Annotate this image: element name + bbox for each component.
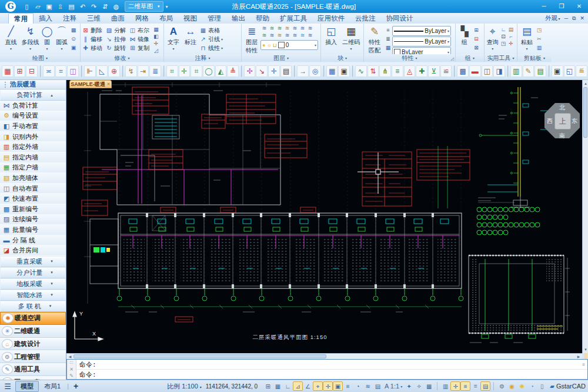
icon[interactable]: ◿ <box>152 47 160 54</box>
linear-button[interactable]: ⊓线性▾ <box>199 44 223 52</box>
mirror-button[interactable]: ⋈镜像 <box>129 35 152 44</box>
viewcube[interactable]: 上 北 南 西 东 <box>544 95 580 148</box>
viewcube-north[interactable]: 北 <box>558 104 566 112</box>
coordinates-display[interactable]: 1141264, 321442, 0 <box>206 383 258 390</box>
module-general-tools[interactable]: ✎通用工具 <box>0 363 66 376</box>
module-project-mgmt[interactable]: ⚙工程管理 <box>0 350 66 363</box>
group-vertical-heating[interactable]: 垂直采暖▾ <box>0 256 66 267</box>
panel-title-annotate[interactable]: 注释▾ <box>164 54 241 62</box>
bulb-icon[interactable]: ✺ <box>517 381 527 391</box>
scroll-right-icon[interactable]: ▶ <box>576 354 582 359</box>
snap-icon[interactable]: ⊞ <box>263 381 273 391</box>
icon[interactable]: ⊠ <box>472 44 480 52</box>
icon[interactable]: ≋ <box>306 25 314 32</box>
tab-apps[interactable]: 应用软件 <box>312 13 350 24</box>
add-layout-button[interactable]: + <box>70 381 82 391</box>
crosshair-icon[interactable]: ✛ <box>450 381 460 391</box>
drawing-canvas[interactable]: Y X 二层采暖通风平面图 1:150 SAMPLE-暖通 ✕ 上 北 南 西 … <box>66 80 582 353</box>
move-button[interactable]: ✚移动 <box>82 44 105 52</box>
erase-button[interactable]: ⊠删除 <box>82 26 105 35</box>
toolbar-icon[interactable]: ≣ <box>149 65 161 77</box>
doc-restore-button[interactable]: ⧉ <box>572 15 576 22</box>
toolbar-icon[interactable]: ◎ <box>309 65 321 77</box>
horizontal-scrollbar-thumb[interactable] <box>74 354 326 358</box>
linetype-select[interactable]: ByLayer▾ <box>392 36 451 46</box>
cmdline-toggle-icon[interactable]: ≡ <box>460 381 470 391</box>
item-merge-rooms[interactable]: ◪合并房间 <box>0 245 66 256</box>
angle-snap-icon[interactable]: ∠ <box>303 381 313 391</box>
plot-icon[interactable]: ⇫ <box>55 2 65 12</box>
tab-insert[interactable]: 插入 <box>34 13 58 24</box>
toolbar-icon[interactable]: ◯ <box>203 65 215 77</box>
toolbar-icon[interactable]: ✎ <box>523 65 534 77</box>
toolbar-icon[interactable]: ▤ <box>280 65 292 77</box>
panel-title-properties[interactable]: 特性▾ <box>364 54 455 62</box>
toolbar-icon[interactable]: ✣ <box>244 65 256 77</box>
tab-mesh[interactable]: 网格 <box>130 13 154 24</box>
toolbar-icon[interactable]: ≜ <box>227 65 239 77</box>
stretch-button[interactable]: ↘拉伸 <box>105 35 129 44</box>
toolbar-icon[interactable]: ⊞ <box>14 65 26 77</box>
tray-icon[interactable]: ▥ <box>440 381 450 391</box>
quick-props-icon[interactable]: ▤ <box>373 381 383 391</box>
tab-view[interactable]: 视图 <box>178 13 202 24</box>
gstarcad-logo-icon[interactable]: G <box>2 1 19 12</box>
performance-icon[interactable]: ◔ <box>527 381 537 391</box>
toolbar-icon[interactable]: ⊻ <box>428 65 440 77</box>
polyline-button[interactable]: ↯ 多段线 ▾ <box>21 25 40 51</box>
transparency-icon[interactable]: ◔ <box>353 381 363 391</box>
text-button[interactable]: A 文字 ▾ <box>165 25 182 51</box>
icon[interactable]: ≣ <box>384 35 392 44</box>
tab-annotate[interactable]: 注释 <box>58 13 82 24</box>
panels-icon[interactable]: = <box>470 381 480 391</box>
toolbar-icon[interactable]: ◨ <box>493 65 505 77</box>
icon[interactable]: ≋ <box>268 32 276 39</box>
anno-visibility-icon[interactable]: ✦ <box>404 381 414 391</box>
vertical-scrollbar[interactable]: ▲ ▼ <box>582 80 588 353</box>
toolbar-icon[interactable]: ◭ <box>215 65 227 77</box>
tab-express[interactable]: 扩展工具 <box>275 13 312 24</box>
toolbar-icon[interactable]: ▣ <box>338 65 350 77</box>
item-outer-wall[interactable]: ▥指定外墙 <box>0 142 66 152</box>
icon[interactable]: ⌐ <box>507 33 515 40</box>
command-scroll-icon[interactable]: ≡ <box>582 362 585 367</box>
viewcube-west[interactable]: 西 <box>546 117 554 125</box>
group-floor-heating[interactable]: 地板采暖▾ <box>0 278 66 290</box>
gear-icon[interactable]: ⚙ <box>497 381 507 391</box>
tab-surface[interactable]: 曲面 <box>106 13 130 24</box>
icon[interactable]: ≋ <box>283 32 291 39</box>
toolbar-icon[interactable]: ≝ <box>576 65 587 77</box>
icon[interactable]: ∟ <box>500 26 507 33</box>
toolbar-icon[interactable]: ⋔ <box>379 65 391 77</box>
item-number-settings[interactable]: ⚙编号设置 <box>0 111 66 122</box>
leader-button[interactable]: ↗引线▾ <box>199 35 223 44</box>
layer-select[interactable]: ● ☼ ⊔ 0 ▾ <box>260 40 318 50</box>
icon[interactable]: ≋ <box>276 32 283 39</box>
tab-layout[interactable]: 布局 <box>154 13 178 24</box>
group-household-metering[interactable]: 分户计量▾ <box>0 267 66 278</box>
module-hvac[interactable]: ✺暖通空调 <box>0 312 66 325</box>
explode-button[interactable]: ▨分解 <box>105 26 129 35</box>
toolbar-icon[interactable]: ▥ <box>510 65 522 77</box>
undo-icon[interactable]: ↶ <box>78 2 88 12</box>
layout-tray-icon[interactable]: ▤ <box>480 381 490 391</box>
toolbar-icon[interactable]: ↯ <box>125 65 137 77</box>
toolbar-icon[interactable]: ⇅ <box>368 65 379 77</box>
icon[interactable]: ✛ <box>152 40 160 47</box>
doc-close-button[interactable]: ✕ <box>580 15 584 21</box>
module-2d-hvac[interactable]: ✳二维暖通 <box>0 325 66 338</box>
icon[interactable]: ≋ <box>260 25 268 32</box>
paste-button[interactable]: ▤ 粘贴 ▾ <box>519 25 535 51</box>
toolbar-icon[interactable]: ✛ <box>179 65 191 77</box>
icon[interactable]: ▣ <box>69 44 78 52</box>
lineweight-icon[interactable]: ≡ <box>343 381 353 391</box>
item-renumber[interactable]: ▩重新编号 <box>0 204 66 215</box>
panel-title-block[interactable]: 块▾ <box>321 54 363 62</box>
toolbar-icon[interactable]: ◬ <box>404 65 416 77</box>
comment-icon[interactable]: ◍ <box>111 2 121 12</box>
tab-manage[interactable]: 管理 <box>202 13 226 24</box>
status-menu-icon[interactable]: ☰ <box>0 382 15 391</box>
lock-ui-icon[interactable]: ◉ <box>507 381 517 391</box>
icon[interactable]: ⊟ <box>472 35 480 44</box>
icon[interactable]: ≋ <box>291 32 299 39</box>
